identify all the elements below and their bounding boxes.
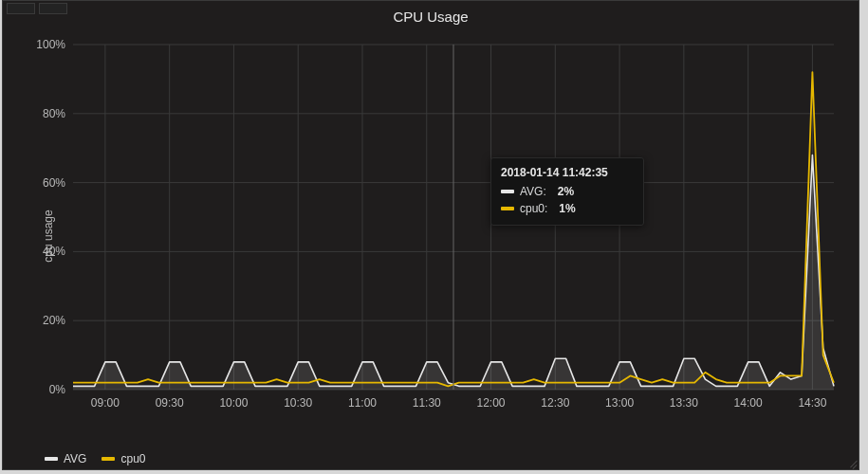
svg-text:11:30: 11:30 <box>413 396 441 410</box>
y-axis-label: cpu usage <box>42 210 55 262</box>
svg-text:12:00: 12:00 <box>477 396 506 410</box>
svg-text:80%: 80% <box>43 107 65 120</box>
chart-panel: CPU Usage cpu usage 0%20%40%60%80%100%09… <box>2 0 859 470</box>
tooltip-row-avg: AVG: 2% <box>501 183 634 200</box>
tooltip-swatch <box>501 190 514 193</box>
mini-tab[interactable] <box>39 3 67 14</box>
legend-label: AVG <box>64 452 86 465</box>
svg-text:13:30: 13:30 <box>670 396 698 410</box>
tooltip-series-name: cpu0: <box>520 200 547 217</box>
tooltip-series-value: 1% <box>559 200 575 217</box>
legend-item-cpu0[interactable]: cpu0 <box>102 452 145 465</box>
legend-label: cpu0 <box>120 452 145 465</box>
svg-text:12:30: 12:30 <box>541 396 569 410</box>
tooltip-series-name: AVG: <box>520 183 546 200</box>
resize-handle-icon[interactable] <box>847 458 857 467</box>
svg-text:09:00: 09:00 <box>91 396 120 410</box>
legend-swatch <box>45 457 58 461</box>
hover-tooltip: 2018-01-14 11:42:35 AVG: 2% cpu0: 1% <box>490 157 644 226</box>
mini-tab[interactable] <box>7 3 35 14</box>
svg-text:20%: 20% <box>43 314 65 327</box>
legend-item-avg[interactable]: AVG <box>45 452 86 465</box>
svg-text:10:30: 10:30 <box>284 396 312 410</box>
svg-text:10:00: 10:00 <box>219 396 248 410</box>
line-chart[interactable]: 0%20%40%60%80%100%09:0009:3010:0010:3011… <box>18 37 843 435</box>
panel-title: CPU Usage <box>3 1 859 28</box>
svg-text:09:30: 09:30 <box>156 396 184 410</box>
svg-text:60%: 60% <box>43 176 65 190</box>
tooltip-swatch <box>501 207 514 210</box>
plot-area[interactable]: cpu usage 0%20%40%60%80%100%09:0009:3010… <box>18 37 853 435</box>
svg-text:100%: 100% <box>36 38 65 51</box>
tooltip-series-value: 2% <box>558 183 574 200</box>
tooltip-timestamp: 2018-01-14 11:42:35 <box>501 166 634 179</box>
svg-text:14:30: 14:30 <box>798 396 826 410</box>
svg-text:13:00: 13:00 <box>605 396 634 410</box>
panel-mini-tabs <box>7 3 67 14</box>
svg-text:11:00: 11:00 <box>348 396 377 410</box>
tooltip-row-cpu0: cpu0: 1% <box>501 200 634 217</box>
svg-text:14:00: 14:00 <box>734 396 763 410</box>
legend: AVG cpu0 <box>45 452 145 465</box>
svg-text:0%: 0% <box>49 383 66 396</box>
legend-swatch <box>102 457 115 461</box>
